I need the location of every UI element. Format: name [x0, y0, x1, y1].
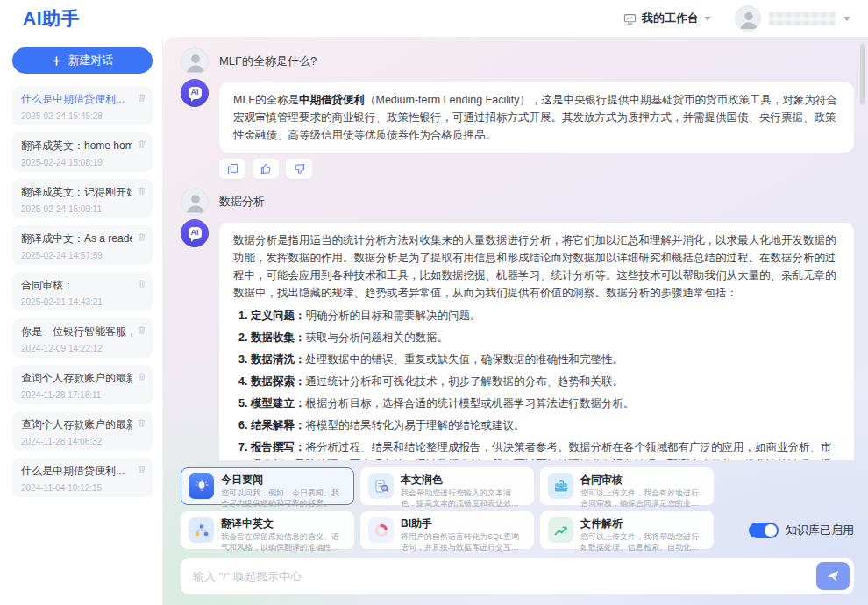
thumbs-up-icon — [260, 163, 272, 174]
conversation-title: 什么是中期借贷便利... — [21, 92, 132, 107]
conversation-item[interactable]: 翻译成中文：As a reader... 2025-02-24 14:57:59 — [12, 225, 153, 265]
app-logo: AI助手 — [23, 6, 80, 31]
trash-icon[interactable] — [137, 325, 146, 335]
conversation-title: 查询个人存款账户的最新... — [21, 371, 132, 386]
conversation-time: 2025-02-24 15:08:19 — [21, 158, 132, 167]
conversation-item[interactable]: 翻译成英文：记得刚开始... 2025-02-24 15:00:11 — [12, 179, 153, 218]
conversation-time: 2024-11-04 10:12:15 — [21, 483, 132, 493]
user-message-text: 数据分析 — [219, 194, 265, 210]
card-desc: 将用户的自然语言转化为SQL查询语句，并直接与数据库进行交互，返回智能推荐的图表… — [401, 531, 526, 552]
conversation-item[interactable]: 查询个人存款账户的最新... 2024-11-28 17:18:11 — [12, 365, 153, 404]
ai-text: MLF的全称是 — [233, 94, 299, 106]
conversation-item[interactable]: 合同审核： 2025-02-21 14:43:21 — [12, 272, 153, 311]
card-bi-assistant[interactable]: BI助手 将用户的自然语言转化为SQL查询语句，并直接与数据库进行交互，返回智能… — [360, 511, 534, 549]
analysis-steps-list: 定义问题：明确分析的目标和需要解决的问题。 数据收集：获取与分析问题相关的数据。… — [233, 307, 840, 460]
user-avatar — [181, 47, 209, 75]
conversation-time: 2025-02-24 14:57:59 — [21, 251, 132, 260]
message-list: MLF的全称是什么? AI MLF的全称是中期借贷便利（Medium-term … — [181, 44, 854, 460]
card-title: BI助手 — [401, 517, 526, 530]
conversation-item[interactable]: 查询个人存款账户的最新... 2024-11-28 14:06:32 — [12, 411, 153, 451]
card-title: 本文润色 — [401, 473, 526, 486]
conversation-item[interactable]: 翻译成英文：home home 2025-02-24 15:08:19 — [12, 132, 153, 172]
list-item: 定义问题：明确分析的目标和需要解决的问题。 — [251, 307, 840, 324]
conversation-time: 2025-02-21 14:43:21 — [21, 297, 132, 307]
plus-icon — [52, 56, 61, 66]
top-bar-right: 我的工作台 — [623, 5, 850, 32]
conversation-time: 2024-11-28 14:06:32 — [21, 437, 132, 446]
step-term: 定义问题： — [251, 310, 306, 322]
step-term: 数据清洗： — [251, 353, 306, 366]
chevron-down-icon — [704, 17, 711, 21]
new-chat-button[interactable]: 新建对话 — [12, 47, 153, 74]
trash-icon[interactable] — [137, 465, 146, 474]
conversation-time: 2025-02-24 15:00:11 — [21, 204, 132, 214]
trash-icon[interactable] — [137, 186, 146, 196]
card-desc: 您可以上传文件，我将帮助您进行如数据处理、信息检索、自动化办公等。 — [580, 531, 706, 552]
conversation-item[interactable]: 什么是中期借贷便利... 2025-02-24 15:45:28 — [12, 86, 153, 125]
user-message-row: MLF的全称是什么? — [181, 47, 854, 75]
monitor-icon — [623, 12, 637, 25]
card-text: 文件解析 您可以上传文件，我将帮助您进行如数据处理、信息检索、自动化办公等。 — [580, 517, 706, 543]
step-desc: 根据分析目标，选择合适的统计模型或机器学习算法进行数据分析。 — [306, 397, 635, 409]
trash-icon[interactable] — [137, 418, 146, 428]
thumbs-up-button[interactable] — [253, 159, 279, 179]
knowledge-base-toggle[interactable]: 知识库已启用 — [749, 523, 854, 538]
card-text: 翻译中英文 我会旨在保留原始信息的含义、语气和风格，以确保翻译的准确性和自然流畅… — [221, 517, 346, 543]
trash-icon[interactable] — [137, 232, 146, 242]
copy-icon — [227, 163, 238, 174]
conversation-title: 什么是中期借贷便利... — [21, 464, 132, 479]
list-item: 模型建立：根据分析目标，选择合适的统计模型或机器学习算法进行数据分析。 — [251, 395, 840, 412]
workspace-menu[interactable]: 我的工作台 — [623, 11, 711, 26]
ai-message-card: MLF的全称是中期借贷便利（Medium-term Lending Facili… — [219, 82, 854, 153]
ai-message-row: AI MLF的全称是中期借贷便利（Medium-term Lending Fac… — [181, 79, 854, 153]
translate-icon — [189, 517, 214, 543]
list-item: 数据清洗：处理数据中的错误、重复或缺失值，确保数据的准确性和完整性。 — [251, 351, 840, 368]
send-button[interactable] — [816, 562, 850, 590]
card-translate[interactable]: 翻译中英文 我会旨在保留原始信息的含义、语气和风格，以确保翻译的准确性和自然流畅… — [181, 511, 354, 549]
card-contract-review[interactable]: 合同审核 您可以上传文件，我会有效地进行合同审核，确保合同满足您的业务需求。 — [540, 467, 714, 505]
scrollbar-thumb[interactable] — [860, 44, 865, 105]
toggle-on-icon[interactable] — [749, 523, 779, 538]
conversation-item[interactable]: 什么是中期借贷便利... 2024-11-04 10:12:15 — [12, 458, 153, 497]
card-desc: 我会旨在保留原始信息的含义、语气和风格，以确保翻译的准确性和自然流畅。 — [221, 531, 346, 552]
card-file-parse[interactable]: 文件解析 您可以上传文件，我将帮助您进行如数据处理、信息检索、自动化办公等。 — [540, 511, 714, 549]
card-title: 合同审核 — [580, 473, 706, 486]
conversation-title: 翻译成英文：记得刚开始... — [21, 185, 132, 200]
list-item: 报告撰写：将分析过程、结果和结论整理成报告，供决策者参考。数据分析在各个领域都有… — [251, 438, 840, 460]
bottom-panel: 今日要闻 您可以问我，例如：今日要闻。我会尽力提供准确和可靠的答案。 本文润色 … — [181, 460, 854, 594]
conversation-time: 2024-12-09 14:22:12 — [21, 344, 132, 353]
trash-icon[interactable] — [137, 139, 146, 149]
ai-chat-bubble-icon: AI — [189, 227, 202, 239]
donut-chart-icon — [368, 517, 394, 543]
thumbs-down-button[interactable] — [286, 159, 312, 179]
trash-icon[interactable] — [137, 372, 146, 381]
step-term: 结果解释： — [251, 419, 306, 431]
workspace-label: 我的工作台 — [642, 11, 699, 26]
user-message-row: 数据分析 — [181, 188, 854, 216]
card-text: 今日要闻 您可以问我，例如：今日要闻。我会尽力提供准确和可靠的答案。 — [221, 473, 346, 499]
app-frame: 新建对话 什么是中期借贷便利... 2025-02-24 15:45:28 翻译… — [0, 37, 868, 605]
trash-icon[interactable] — [137, 279, 146, 288]
conversation-title: 翻译成英文：home home — [21, 139, 132, 153]
message-input[interactable] — [193, 570, 809, 583]
conversation-title: 你是一位银行智能客服，... — [21, 324, 132, 339]
conversation-item[interactable]: 你是一位银行智能客服，... 2024-12-09 14:22:12 — [12, 318, 153, 358]
card-title: 今日要闻 — [221, 473, 346, 486]
card-today-news[interactable]: 今日要闻 您可以问我，例如：今日要闻。我会尽力提供准确和可靠的答案。 — [181, 467, 354, 505]
feature-cards-grid: 今日要闻 您可以问我，例如：今日要闻。我会尽力提供准确和可靠的答案。 本文润色 … — [181, 467, 714, 549]
ai-avatar: AI — [181, 79, 209, 107]
card-text-polish[interactable]: 本文润色 我会帮助您进行您输入的文本润色，提高文本的流畅度和表达效果。 — [360, 467, 534, 505]
user-avatar[interactable] — [735, 5, 761, 32]
list-item: 数据探索：通过统计分析和可视化技术，初步了解数据的分布、趋势和关联。 — [251, 373, 840, 390]
doc-search-icon — [368, 473, 394, 499]
new-chat-label: 新建对话 — [68, 53, 114, 68]
thumbs-down-icon — [294, 163, 305, 174]
copy-button[interactable] — [219, 159, 245, 179]
trash-icon[interactable] — [137, 93, 146, 103]
card-text: 本文润色 我会帮助您进行您输入的文本润色，提高文本的流畅度和表达效果。 — [401, 473, 526, 499]
masked-username[interactable] — [769, 12, 836, 25]
chat-panel: MLF的全称是什么? AI MLF的全称是中期借贷便利（Medium-term … — [163, 37, 868, 605]
top-bar: AI助手 我的工作台 — [0, 0, 868, 37]
list-item: 数据收集：获取与分析问题相关的数据。 — [251, 329, 840, 346]
step-desc: 获取与分析问题相关的数据。 — [306, 331, 449, 344]
